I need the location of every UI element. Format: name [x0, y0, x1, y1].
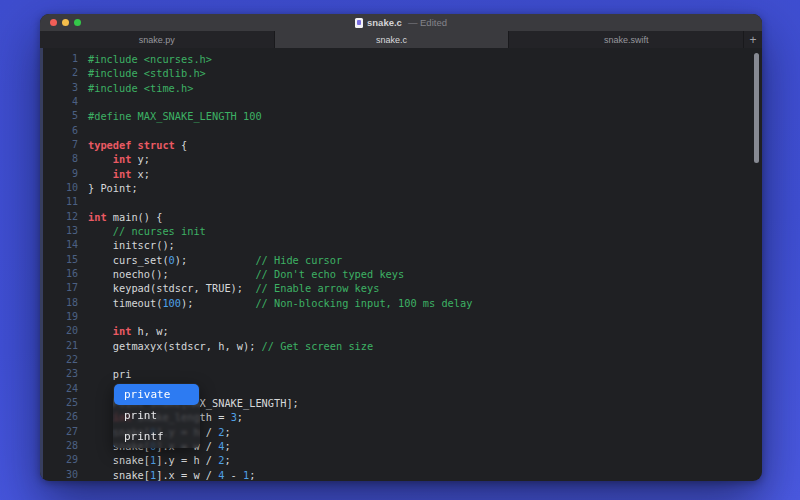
code-text: // ncurses init — [88, 224, 206, 238]
code-line[interactable]: 16 noecho(); // Don't echo typed keys — [40, 267, 762, 281]
window-titlebar: snake.c — Edited — [40, 14, 762, 31]
tab-snake.swift[interactable]: snake.swift — [509, 31, 744, 48]
line-number: 30 — [40, 468, 78, 481]
code-line[interactable]: 17 keypad(stdscr, TRUE); // Enable arrow… — [40, 281, 762, 295]
minimize-button[interactable] — [62, 19, 69, 26]
code-line[interactable]: 22 — [40, 353, 762, 367]
line-number: 12 — [40, 210, 78, 224]
code-text: #include <stdlib.h> — [88, 66, 206, 80]
code-line[interactable]: 3#include <time.h> — [40, 81, 762, 95]
code-line[interactable]: 10} Point; — [40, 181, 762, 195]
line-number: 18 — [40, 296, 78, 310]
code-line[interactable]: 11 — [40, 195, 762, 209]
code-text: typedef struct { — [88, 138, 187, 152]
traffic-lights — [50, 14, 81, 31]
code-line[interactable]: 12int main() { — [40, 210, 762, 224]
code-line[interactable]: 8 int y; — [40, 152, 762, 166]
line-number: 26 — [40, 410, 78, 424]
code-text: getmaxyx(stdscr, h, w); // Get screen si… — [88, 339, 373, 353]
code-text: snake[1].x = w / 4 - 1; — [88, 468, 255, 481]
line-number: 21 — [40, 339, 78, 353]
code-text: int main() { — [88, 210, 162, 224]
code-line[interactable]: 18 timeout(100); // Non-blocking input, … — [40, 296, 762, 310]
code-line[interactable]: 13 // ncurses init — [40, 224, 762, 238]
code-text: timeout(100); // Non-blocking input, 100… — [88, 296, 472, 310]
autocomplete-popup: privateprintprintf — [113, 383, 200, 448]
document-icon — [355, 18, 363, 28]
code-line[interactable]: 20 int h, w; — [40, 324, 762, 338]
code-line[interactable]: 14 initscr(); — [40, 238, 762, 252]
line-number: 23 — [40, 367, 78, 381]
code-text: keypad(stdscr, TRUE); // Enable arrow ke… — [88, 281, 379, 295]
code-text: snake[1].y = h / 2; — [88, 453, 231, 467]
code-line[interactable]: 9 int x; — [40, 167, 762, 181]
code-line[interactable]: 29 snake[1].y = h / 2; — [40, 453, 762, 467]
line-number: 7 — [40, 138, 78, 152]
line-number: 16 — [40, 267, 78, 281]
line-number: 20 — [40, 324, 78, 338]
code-line[interactable]: 21 getmaxyx(stdscr, h, w); // Get screen… — [40, 339, 762, 353]
scrollbar-thumb[interactable] — [754, 53, 759, 163]
code-line[interactable]: 15 curs_set(0); // Hide cursor — [40, 253, 762, 267]
code-text: #define MAX_SNAKE_LENGTH 100 — [88, 109, 262, 123]
new-tab-button[interactable]: + — [744, 31, 762, 48]
code-line[interactable]: 1#include <ncurses.h> — [40, 52, 762, 66]
code-text: initscr(); — [88, 238, 175, 252]
line-number: 19 — [40, 310, 78, 324]
code-text: int x; — [88, 167, 150, 181]
zoom-button[interactable] — [74, 19, 81, 26]
line-number: 13 — [40, 224, 78, 238]
line-number: 28 — [40, 439, 78, 453]
line-number: 29 — [40, 453, 78, 467]
tab-snake.py[interactable]: snake.py — [40, 31, 275, 48]
code-text: noecho(); // Don't echo typed keys — [88, 267, 404, 281]
line-number: 6 — [40, 124, 78, 138]
line-number: 11 — [40, 195, 78, 209]
tab-snake.c[interactable]: snake.c — [275, 31, 510, 48]
window-title: snake.c — Edited — [355, 14, 447, 31]
line-number: 14 — [40, 238, 78, 252]
line-number: 27 — [40, 425, 78, 439]
autocomplete-item-print[interactable]: print — [114, 405, 199, 426]
window-title-text: snake.c — [367, 14, 402, 31]
line-number: 9 — [40, 167, 78, 181]
window-left-edge — [40, 48, 43, 481]
tab-bar: snake.pysnake.csnake.swift+ — [40, 31, 762, 48]
line-number: 24 — [40, 382, 78, 396]
close-button[interactable] — [50, 19, 57, 26]
code-editor[interactable]: 1#include <ncurses.h>2#include <stdlib.h… — [40, 48, 762, 481]
line-number: 4 — [40, 95, 78, 109]
code-line[interactable]: 6 — [40, 124, 762, 138]
code-text: #include <ncurses.h> — [88, 52, 212, 66]
line-number: 17 — [40, 281, 78, 295]
desktop-background: snake.c — Edited snake.pysnake.csnake.sw… — [0, 0, 800, 500]
code-line[interactable]: 23 pri — [40, 367, 762, 381]
editor-window: snake.c — Edited snake.pysnake.csnake.sw… — [40, 14, 762, 481]
line-number: 2 — [40, 66, 78, 80]
autocomplete-item-private[interactable]: private — [114, 384, 199, 405]
code-text: #include <time.h> — [88, 81, 193, 95]
code-text: curs_set(0); // Hide cursor — [88, 253, 342, 267]
code-line[interactable]: 5#define MAX_SNAKE_LENGTH 100 — [40, 109, 762, 123]
window-title-edited-suffix: — Edited — [408, 14, 447, 31]
line-number: 10 — [40, 181, 78, 195]
code-text: } Point; — [88, 181, 138, 195]
code-line[interactable]: 7typedef struct { — [40, 138, 762, 152]
code-text: int y; — [88, 152, 150, 166]
line-number: 3 — [40, 81, 78, 95]
code-line[interactable]: 4 — [40, 95, 762, 109]
line-number: 5 — [40, 109, 78, 123]
line-number: 25 — [40, 396, 78, 410]
line-number: 8 — [40, 152, 78, 166]
line-number: 1 — [40, 52, 78, 66]
code-line[interactable]: 2#include <stdlib.h> — [40, 66, 762, 80]
code-line[interactable]: 30 snake[1].x = w / 4 - 1; — [40, 468, 762, 481]
line-number: 15 — [40, 253, 78, 267]
code-line[interactable]: 19 — [40, 310, 762, 324]
code-text: pri — [88, 367, 131, 381]
line-number: 22 — [40, 353, 78, 367]
code-text: int h, w; — [88, 324, 169, 338]
autocomplete-item-printf[interactable]: printf — [114, 426, 199, 447]
